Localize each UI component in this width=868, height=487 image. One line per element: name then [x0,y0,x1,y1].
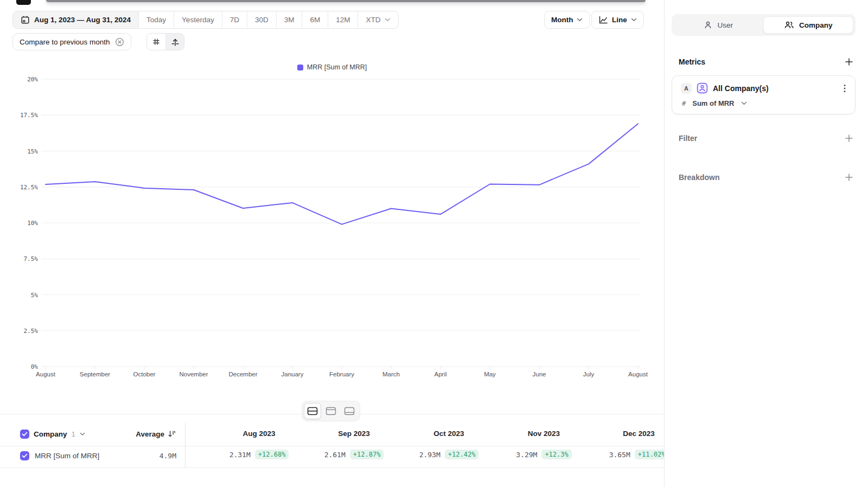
cell-delta-badge: +12.68% [255,450,289,459]
cell-delta-badge: +12.3% [541,450,571,459]
table-vertical-divider [185,423,186,467]
y-axis-tick-label: 17.5% [20,112,38,119]
date-range-button[interactable]: Aug 1, 2023 — Aug 31, 2024 [13,11,139,28]
y-axis-tick-label: 0% [31,363,39,370]
plus-icon [845,173,853,182]
chevron-down-icon [385,18,391,22]
granularity-dropdown[interactable]: Month [544,11,590,29]
growth-toggle[interactable] [165,34,184,50]
metric-card[interactable]: A All Company(s) # Sum of MRR [672,75,856,114]
chart-type-dropdown[interactable]: Line [591,11,644,29]
select-all-checkbox[interactable] [20,430,29,439]
arrow-up-from-line-icon [170,37,180,47]
metric-series-badge: A [681,83,692,94]
table-only-icon [344,407,355,415]
range-button-label: 7D [230,16,239,24]
company-view-tab[interactable]: Company [763,16,854,34]
range-button-label: XTD [366,16,380,24]
y-axis-tick-label: 2.5% [24,328,39,335]
split-view-icon [307,407,318,415]
metrics-title: Metrics [679,57,705,66]
compare-chip[interactable]: Compare to previous month [12,33,131,50]
results-table: Company 1 Average MRR [Sum of MRR] 4.9M … [0,422,664,487]
metric-cell[interactable]: 3.29M+12.3% [496,450,591,459]
add-filter-button[interactable] [844,133,854,144]
mrr-line-series[interactable] [46,124,638,224]
range-button-7d[interactable]: 7D [222,11,247,28]
cell-delta-badge: +12.87% [350,450,384,459]
chevron-down-icon [80,432,85,436]
range-button-label: Today [146,16,166,24]
entity-label: Company [34,430,67,438]
average-label: Average [136,430,164,438]
split-view-button[interactable] [304,403,321,419]
row-average-value: 4.9M [98,452,176,460]
month-column-header[interactable]: Dec 2023 [591,430,664,438]
x-axis-tick-label: August [36,371,56,377]
x-axis-tick-label: March [382,371,400,377]
entity-count: 1 [72,430,76,438]
main-panel: Aug 1, 2023 — Aug 31, 2024 TodayYesterda… [0,0,664,487]
metric-cell[interactable]: 2.61M+12.87% [307,450,401,459]
table-row[interactable]: MRR [Sum of MRR] [20,451,99,460]
measure-dropdown[interactable]: # Sum of MRR [682,99,747,107]
y-axis-tick-label: 5% [31,292,39,299]
plus-icon [845,134,853,143]
average-column-header[interactable]: Average [98,430,176,438]
month-column-header[interactable]: Sep 2023 [307,430,401,438]
x-axis-tick-label: July [583,371,595,377]
table-entity-header[interactable]: Company 1 [20,430,85,439]
granularity-label: Month [551,16,573,24]
metric-cell[interactable]: 2.31M+12.68% [212,450,307,459]
config-sidebar: User Company Metrics A All Company(s) [664,0,868,487]
range-button-12m[interactable]: 12M [328,11,358,28]
chart-only-button[interactable] [322,403,340,419]
breakdown-title: Breakdown [679,173,719,182]
calendar-icon [21,15,30,24]
metric-cell[interactable]: 3.65M+11.02% [591,450,664,459]
user-view-tab[interactable]: User [674,16,763,34]
user-view-label: User [717,21,733,29]
x-axis-tick-label: December [228,371,257,377]
range-button-6m[interactable]: 6M [302,11,328,28]
month-column-header[interactable]: Aug 2023 [212,430,307,438]
remove-compare-icon[interactable] [115,37,124,47]
range-button-30d[interactable]: 30D [247,11,277,28]
y-axis-tick-label: 20% [27,76,38,83]
chevron-down-icon [741,101,747,105]
range-button-3m[interactable]: 3M [277,11,303,28]
x-axis-tick-label: February [329,371,354,377]
cell-value: 2.93M [419,451,441,459]
table-only-button[interactable] [341,403,358,419]
x-axis-tick-label: November [179,371,208,377]
row-checkbox[interactable] [20,451,29,460]
legend-label: MRR [Sum of MRR] [307,63,367,71]
cell-value: 2.61M [324,451,346,459]
table-row-divider [0,467,664,468]
kebab-menu-icon [841,84,848,93]
range-button-today[interactable]: Today [139,11,174,28]
cell-delta-badge: +12.42% [445,450,479,459]
add-breakdown-button[interactable] [844,172,854,183]
metrics-section-header: Metrics [679,56,854,67]
metric-options-button[interactable] [841,84,848,95]
y-axis-tick-label: 12.5% [20,184,38,191]
analytics-dashboard: Aug 1, 2023 — Aug 31, 2024 TodayYesterda… [0,0,868,487]
chevron-down-icon [577,18,583,22]
x-axis-tick-label: September [80,371,110,377]
add-metric-button[interactable] [844,56,854,67]
month-column-header[interactable]: Nov 2023 [496,430,591,438]
metric-cell[interactable]: 2.93M+12.42% [401,450,496,459]
grid-values-toggle[interactable] [147,34,165,50]
cell-value: 3.29M [516,451,537,459]
range-button-yesterday[interactable]: Yesterday [174,11,222,28]
month-column-header[interactable]: Oct 2023 [401,430,496,438]
compare-chip-label: Compare to previous month [20,38,110,46]
range-button-xtd[interactable]: XTD [358,11,398,28]
user-icon [704,21,712,29]
line-chart-icon [598,16,608,24]
x-axis-tick-label: October [133,371,156,377]
check-icon [22,453,28,458]
company-icon [784,21,794,29]
legend-swatch [297,65,303,71]
